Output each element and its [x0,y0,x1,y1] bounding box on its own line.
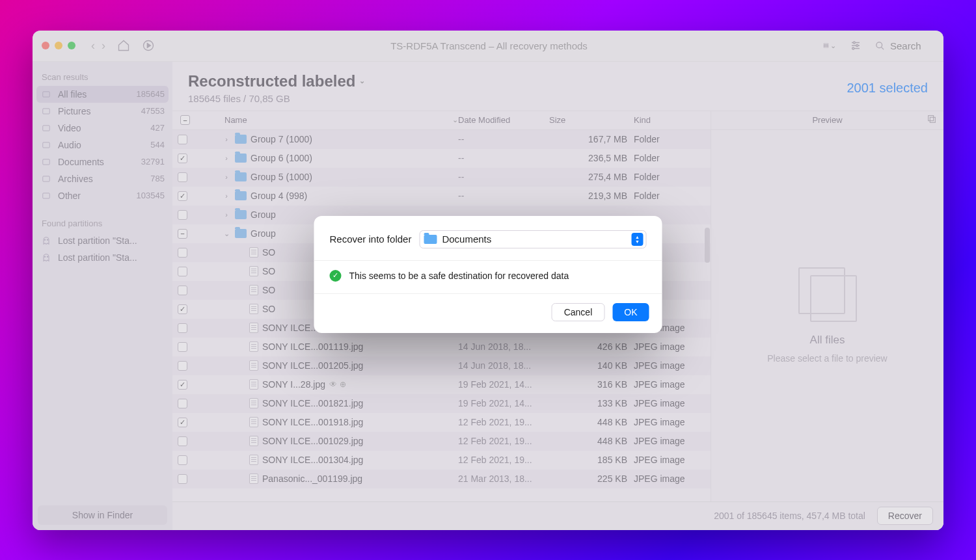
destination-dropdown[interactable]: Documents ▲▼ [419,230,646,248]
folder-icon [424,235,437,244]
cancel-button[interactable]: Cancel [552,303,605,321]
destination-folder-name: Documents [442,233,626,245]
dropdown-arrows-icon: ▲▼ [632,233,644,246]
recover-modal: Recover into folder Documents ▲▼ ✓ This … [314,216,662,333]
checkmark-circle-icon: ✓ [330,270,342,282]
app-window: ‹ › TS-RDF5A Transcend – All recovery me… [33,31,943,530]
modal-label: Recover into folder [330,233,412,245]
modal-message: This seems to be a safe destination for … [349,271,569,281]
ok-button[interactable]: OK [612,303,649,321]
